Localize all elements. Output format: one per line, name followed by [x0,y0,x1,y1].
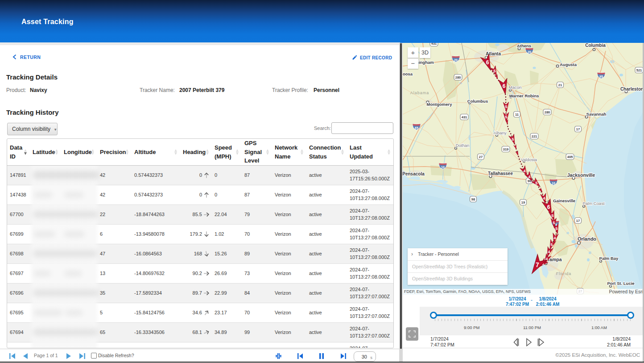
svg-text:17: 17 [576,219,580,223]
svg-text:Palm Bay: Palm Bay [599,256,619,261]
svg-text:Gainesville: Gainesville [553,198,575,203]
svg-text:21: 21 [558,83,562,87]
svg-text:65: 65 [415,126,418,129]
svg-text:Port St. Lucie: Port St. Lucie [607,281,634,286]
svg-text:95: 95 [599,75,603,78]
svg-text:5: 5 [505,115,507,119]
svg-text:Albany: Albany [493,130,506,135]
svg-text:Macon: Macon [509,85,522,90]
svg-text:20: 20 [528,50,531,54]
svg-text:Dothan: Dothan [456,143,470,148]
svg-text:oosa: oosa [403,71,413,76]
svg-text:Tallahassee: Tallahassee [488,171,513,176]
svg-text:4: 4 [543,196,545,200]
svg-text:5: 5 [535,181,537,185]
svg-text:405: 405 [567,155,573,159]
svg-text:Orlando: Orlando [578,236,596,242]
svg-text:Pensacola: Pensacola [403,171,425,176]
svg-text:5: 5 [493,69,495,73]
svg-text:221: 221 [532,134,537,138]
svg-text:Warner Robins: Warner Robins [509,93,539,98]
svg-text:Charleston: Charleston [620,87,644,92]
svg-text:Athens: Athens [517,43,531,48]
svg-text:4: 4 [553,236,556,240]
svg-text:280: 280 [545,110,550,114]
svg-text:5: 5 [555,226,557,231]
svg-text:7: 7 [536,261,539,268]
svg-text:Valdosta: Valdosta [521,157,537,162]
svg-text:Augusta: Augusta [560,62,577,67]
svg-text:521: 521 [636,68,642,72]
svg-text:431: 431 [431,43,437,46]
svg-text:5: 5 [551,213,553,218]
svg-text:Columbus: Columbus [467,99,488,104]
svg-text:27: 27 [479,155,483,159]
svg-text:5: 5 [512,137,514,142]
svg-text:6: 6 [486,59,489,66]
svg-text:19: 19 [521,200,525,204]
svg-text:4: 4 [528,175,530,179]
svg-text:Jacksonville: Jacksonville [567,172,595,178]
svg-text:5: 5 [550,242,553,247]
svg-text:Florida: Florida [556,271,572,276]
svg-text:6: 6 [503,83,506,89]
svg-text:5: 5 [553,221,555,225]
svg-text:Montgomery: Montgomery [427,102,453,107]
svg-text:20: 20 [454,58,458,62]
svg-text:280: 280 [455,75,461,79]
svg-text:98: 98 [471,197,475,201]
svg-text:Columbia: Columbia [585,43,606,48]
svg-text:6: 6 [547,204,550,210]
svg-text:10: 10 [441,166,445,169]
svg-text:319: 319 [503,147,509,151]
svg-text:10: 10 [552,182,555,185]
svg-text:Alabama: Alabama [410,91,429,95]
svg-text:Savannah: Savannah [586,112,607,117]
svg-text:431: 431 [462,115,467,119]
svg-text:4: 4 [548,250,550,254]
svg-text:4: 4 [523,169,525,173]
svg-text:5: 5 [505,104,507,109]
svg-text:17: 17 [576,127,580,131]
svg-text:11: 11 [515,113,519,117]
svg-text:Palm Coast: Palm Coast [582,201,604,206]
